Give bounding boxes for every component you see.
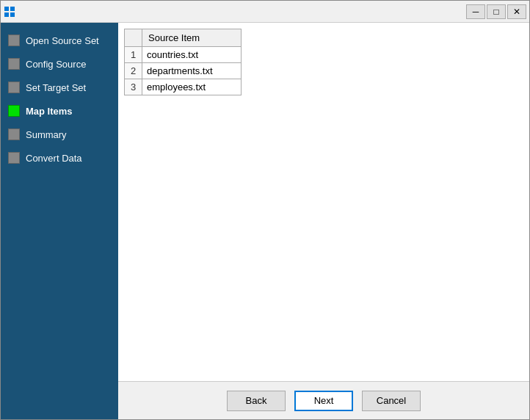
main-panel: Source Item 1countries.txt2departments.t… — [118, 23, 529, 419]
sidebar-label-map-items: Map Items — [26, 106, 73, 117]
table-cell-row-num: 3 — [125, 79, 142, 95]
sidebar-indicator-config-source — [8, 58, 20, 70]
app-icon — [4, 6, 15, 18]
sidebar-label-set-target-set: Set Target Set — [26, 82, 86, 93]
sidebar-label-open-source-set: Open Source Set — [26, 35, 99, 46]
next-button[interactable]: Next — [294, 391, 353, 411]
sidebar-indicator-open-source-set — [8, 35, 20, 46]
title-bar: ─ □ ✕ — [1, 1, 529, 23]
sidebar-item-map-items[interactable]: Map Items — [1, 99, 118, 123]
sidebar: Open Source Set Config Source Set Target… — [1, 23, 118, 419]
svg-rect-0 — [4, 7, 9, 11]
sidebar-indicator-set-target-set — [8, 82, 20, 93]
sidebar-item-set-target-set[interactable]: Set Target Set — [1, 76, 118, 99]
sidebar-indicator-convert-data — [8, 152, 20, 164]
content-area: Open Source Set Config Source Set Target… — [1, 23, 529, 419]
table-row[interactable]: 3employees.txt — [125, 79, 242, 95]
maximize-button[interactable]: □ — [487, 4, 506, 19]
svg-rect-3 — [10, 12, 15, 17]
sidebar-item-config-source[interactable]: Config Source — [1, 52, 118, 76]
title-bar-icon-group — [4, 6, 15, 18]
table-cell-source-item: countries.txt — [142, 47, 242, 63]
minimize-button[interactable]: ─ — [466, 4, 485, 19]
svg-rect-2 — [4, 12, 9, 17]
sidebar-item-open-source-set[interactable]: Open Source Set — [1, 29, 118, 52]
table-row[interactable]: 1countries.txt — [125, 47, 242, 63]
table-row[interactable]: 2departments.txt — [125, 63, 242, 79]
table-source-item-header: Source Item — [142, 29, 242, 47]
source-items-table: Source Item 1countries.txt2departments.t… — [124, 29, 242, 95]
sidebar-indicator-summary — [8, 128, 20, 140]
sidebar-indicator-map-items — [8, 105, 20, 117]
title-bar-controls: ─ □ ✕ — [466, 4, 526, 19]
main-content: Source Item 1countries.txt2departments.t… — [118, 23, 529, 381]
sidebar-label-config-source: Config Source — [26, 59, 86, 70]
footer: Back Next Cancel — [118, 381, 529, 419]
sidebar-item-convert-data[interactable]: Convert Data — [1, 146, 118, 170]
back-button[interactable]: Back — [227, 391, 286, 411]
sidebar-item-summary[interactable]: Summary — [1, 123, 118, 146]
table-cell-source-item: departments.txt — [142, 63, 242, 79]
table-row-num-header — [125, 29, 142, 47]
svg-rect-1 — [10, 7, 15, 11]
table-cell-source-item: employees.txt — [142, 79, 242, 95]
main-window: ─ □ ✕ Open Source Set Config Source Set … — [0, 0, 530, 420]
table-cell-row-num: 2 — [125, 63, 142, 79]
close-button[interactable]: ✕ — [507, 4, 526, 19]
table-cell-row-num: 1 — [125, 47, 142, 63]
cancel-button[interactable]: Cancel — [362, 391, 421, 411]
sidebar-label-summary: Summary — [26, 129, 67, 140]
sidebar-label-convert-data: Convert Data — [26, 153, 82, 164]
